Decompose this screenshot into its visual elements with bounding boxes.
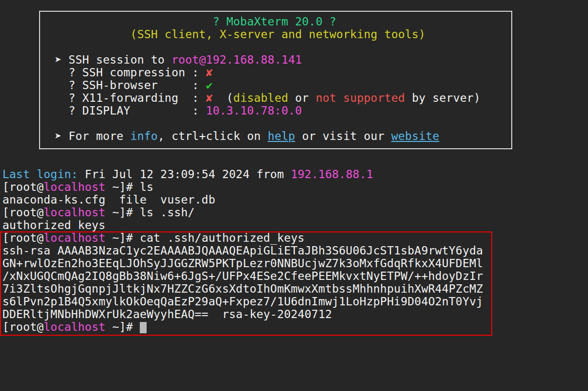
mobaxterm-banner: ? MobaXterm 20.0 ? (SSH client, X-server… [39,11,512,149]
info-text: info [131,130,158,142]
not-supported-text: not supported [316,92,405,104]
terminal-line [41,41,511,53]
cross-icon: ✘ [206,92,213,104]
ssh-key-line: s6lPvn2p1B4Q5xmylkOkOeqQaEzP29aQ+Fxpez7/… [2,295,483,308]
prompt: [root@ [2,206,44,219]
terminal[interactable]: ? MobaXterm 20.0 ? (SSH client, X-server… [0,0,588,391]
last-login-label: Last login: [2,168,78,181]
terminal-line: authorized_keys [2,219,483,231]
text: , ctrl+click on [158,130,268,142]
banner-subtitle: (SSH client, X-server and networking too… [41,28,426,41]
ssh-key-line: DDERltjMNbHhDWXrUk2aeWyyhEAQ== rsa-key-2… [2,308,332,321]
display-value: 10.3.10.78:0.0 [206,104,302,117]
arrow-icon: ➤ [55,53,62,66]
terminal-line: [root@localhost ~]# [2,321,483,333]
prompt-host: localhost [44,181,105,193]
terminal-line: ? X11-forwarding : ✘ (disabled or not su… [41,92,511,104]
disabled-text: disabled [233,92,288,104]
x11-forwarding-label: ? X11-forwarding : [41,92,206,104]
command: ~]# ls [106,181,153,193]
command: ~]# ls .ssh/ [106,206,195,219]
banner-title: ? MobaXterm 20.0 ? [41,15,336,28]
terminal-line: /xNxUGQCmQAg2IQ8gBb38Niw6+6JgS+/UFPx4ESe… [2,270,483,282]
text: ( [213,92,233,104]
ssh-compression-label: ? SSH compression : [41,66,206,79]
ssh-key-line: 7i3ZltsOhgjGqnpjJltkjNx7HZZCzG6xsXdtoIhO… [2,282,483,295]
prompt-host: localhost [44,321,105,333]
check-icon: ✔ [206,79,213,92]
ssh-key-line: GN+rwlOzEn2ho3EEqLJOhSyJJGGZRW5PKTpLezr0… [2,257,483,270]
text: or visit our [295,130,392,142]
indent [41,53,55,66]
last-login-ip: 192.168.88.1 [291,168,373,181]
terminal-line: Last login: Fri Jul 12 23:09:54 2024 fro… [2,168,483,181]
terminal-output: Last login: Fri Jul 12 23:09:54 2024 fro… [2,168,483,333]
prompt: [root@ [2,321,44,333]
terminal-line [41,117,511,130]
arrow-icon: ➤ [55,130,62,142]
last-login-text: Fri Jul 12 23:09:54 2024 from [78,168,291,181]
terminal-line: ? MobaXterm 20.0 ? [41,15,511,28]
help-link[interactable]: help [268,130,295,142]
terminal-line: ? SSH-browser : ✔ [41,79,511,92]
terminal-line: ➤ SSH session to root@192.168.88.141 [41,53,511,66]
terminal-line: [root@localhost ~]# cat .ssh/authorized_… [2,231,483,244]
terminal-line: [root@localhost ~]# ls .ssh/ [2,206,483,219]
ssh-key-line: ssh-rsa AAAAB3NzaC1yc2EAAAABJQAAAQEApiGL… [2,244,483,257]
display-label: ? DISPLAY : [41,104,206,117]
terminal-line: GN+rwlOzEn2ho3EEqLJOhSyJJGGZRW5PKTpLezr0… [2,257,483,270]
banner-text: ? MobaXterm 20.0 ? (SSH client, X-server… [41,15,511,142]
text: For more [62,130,130,142]
indent [41,130,55,142]
cross-icon: ✘ [206,66,213,79]
ls-output: anaconda-ks.cfg file vuser.db [2,193,215,206]
ssh-session-label: SSH session to [62,53,172,66]
ssh-target: root@192.168.88.141 [172,53,302,66]
terminal-line: ssh-rsa AAAAB3NzaC1yc2EAAAABJQAAAQEApiGL… [2,244,483,257]
terminal-line: ? SSH compression : ✘ [41,66,511,79]
ssh-browser-label: ? SSH-browser : [41,79,206,92]
prompt: [root@ [2,231,44,244]
block-cursor [140,322,147,333]
terminal-line: anaconda-ks.cfg file vuser.db [2,193,483,206]
terminal-line: (SSH client, X-server and networking too… [41,28,511,41]
command: ~]# cat .ssh/authorized_keys [106,231,305,244]
text: or [288,92,316,104]
text: by server) [405,92,481,104]
terminal-line: s6lPvn2p1B4Q5xmylkOkOeqQaEzP29aQ+Fxpez7/… [2,295,483,308]
ls-output: authorized_keys [2,219,106,231]
website-link[interactable]: website [392,130,439,142]
terminal-line: DDERltjMNbHhDWXrUk2aeWyyhEAQ== rsa-key-2… [2,308,483,321]
terminal-line: ? DISPLAY : 10.3.10.78:0.0 [41,104,511,117]
command: ~]# [106,321,140,333]
ssh-key-line: /xNxUGQCmQAg2IQ8gBb38Niw6+6JgS+/UFPx4ESe… [2,270,483,282]
terminal-line: [root@localhost ~]# ls [2,181,483,193]
terminal-line: 7i3ZltsOhgjGqnpjJltkjNx7HZZCzG6xsXdtoIhO… [2,282,483,295]
prompt-host: localhost [44,231,105,244]
prompt-host: localhost [44,206,105,219]
prompt: [root@ [2,181,44,193]
terminal-line: ➤ For more info, ctrl+click on help or v… [41,130,511,142]
